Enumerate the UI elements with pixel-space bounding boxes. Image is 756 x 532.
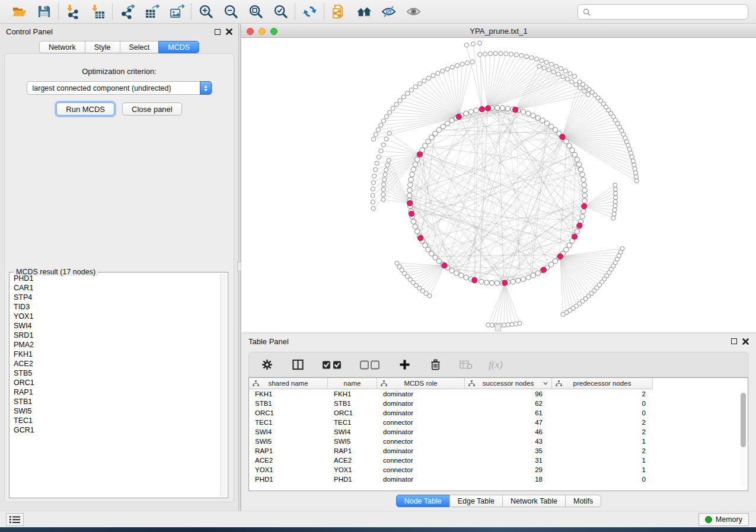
close-panel-icon[interactable]	[742, 338, 749, 345]
mcds-result-item[interactable]: TID3	[11, 302, 219, 312]
table-cell[interactable]: 2	[552, 427, 653, 437]
zoom-selected-button[interactable]	[272, 4, 289, 20]
tab-motifs[interactable]: Motifs	[565, 495, 601, 507]
tab-network[interactable]: Network	[39, 41, 85, 53]
table-cell[interactable]: connector	[377, 456, 465, 465]
float-panel-icon[interactable]	[215, 29, 221, 35]
table-cell[interactable]: STB1	[249, 399, 328, 408]
save-button[interactable]	[36, 4, 52, 20]
table-cell[interactable]: 2	[552, 446, 653, 456]
table-cell[interactable]: FKH1	[328, 389, 377, 399]
table-cell[interactable]: 43	[465, 437, 552, 446]
table-cell[interactable]: 1	[552, 456, 653, 465]
close-panel-button[interactable]: Close panel	[122, 102, 182, 116]
table-cell[interactable]: SWI5	[328, 437, 377, 446]
table-cell[interactable]: ORC1	[249, 408, 328, 418]
mcds-result-list[interactable]: PHD1CAR1STP4TID3YOX1SWI4SRD1PMA2FKH1ACE2…	[11, 274, 219, 496]
table-cell[interactable]: 46	[465, 427, 552, 437]
mcds-result-item[interactable]: ACE2	[11, 359, 219, 368]
search-field[interactable]	[578, 4, 748, 20]
create-network-view-button[interactable]	[330, 4, 347, 20]
table-cell[interactable]: TEC1	[249, 418, 328, 427]
table-cell[interactable]: dominator	[377, 399, 465, 408]
table-cell[interactable]: SWI5	[249, 437, 328, 446]
hide-selected-button[interactable]	[380, 4, 397, 20]
mcds-result-item[interactable]: TEC1	[11, 416, 219, 425]
table-row[interactable]: YOX1YOX1connector291	[249, 465, 748, 475]
export-network-button[interactable]	[119, 4, 135, 20]
zoom-out-button[interactable]	[222, 4, 239, 20]
table-cell[interactable]: FKH1	[249, 389, 328, 399]
tab-mcds[interactable]: MCDS	[158, 41, 199, 53]
refresh-button[interactable]	[301, 4, 318, 20]
table-cell[interactable]: PHD1	[328, 475, 377, 484]
table-cell[interactable]: 1	[552, 465, 653, 475]
table-cell[interactable]: 61	[465, 408, 552, 418]
mcds-result-item[interactable]: STB5	[11, 368, 219, 378]
select-all-button[interactable]	[320, 357, 344, 373]
table-cell[interactable]: STB1	[328, 399, 377, 408]
table-cell[interactable]: 2	[552, 418, 653, 427]
zoom-fit-button[interactable]	[247, 4, 264, 20]
table-cell[interactable]: dominator	[377, 475, 465, 484]
tab-node-table[interactable]: Node Table	[396, 495, 450, 507]
first-neighbors-button[interactable]	[355, 4, 372, 20]
mcds-result-item[interactable]: CAR1	[11, 283, 219, 293]
function-builder-button[interactable]: f(x)	[489, 359, 503, 371]
table-cell[interactable]: SWI4	[328, 427, 377, 437]
table-row[interactable]: RAP1RAP1dominator352	[249, 446, 748, 456]
table-row[interactable]: PHD1PHD1dominator180	[249, 475, 748, 484]
scrollbar-thumb[interactable]	[741, 393, 746, 447]
column-header-shared-name[interactable]: shared name	[249, 378, 328, 389]
column-header-predecessor-nodes[interactable]: predecessor nodes	[552, 378, 653, 389]
table-cell[interactable]: ACE2	[249, 456, 328, 465]
select-stepper[interactable]	[200, 81, 212, 95]
delete-table-button[interactable]	[458, 357, 474, 373]
column-header-name[interactable]: name	[328, 378, 377, 389]
show-all-button[interactable]	[405, 4, 422, 20]
table-cell[interactable]: 35	[465, 446, 552, 456]
network-graph[interactable]	[241, 38, 756, 332]
table-cell[interactable]: 0	[552, 475, 653, 484]
mcds-result-item[interactable]: RAP1	[11, 387, 219, 397]
import-table-button[interactable]	[90, 4, 106, 20]
table-row[interactable]: ORC1ORC1dominator610	[249, 408, 748, 418]
table-cell[interactable]: 18	[465, 475, 552, 484]
mcds-result-item[interactable]: SWI5	[11, 406, 219, 416]
mcds-result-item[interactable]: SRD1	[11, 331, 219, 340]
horizontal-splitter-handle[interactable]	[495, 324, 501, 331]
table-row[interactable]: SWI4SWI4dominator462	[249, 427, 748, 437]
table-cell[interactable]: ORC1	[328, 408, 377, 418]
export-image-button[interactable]	[168, 4, 185, 20]
table-cell[interactable]: 31	[465, 456, 552, 465]
table-cell[interactable]: connector	[377, 418, 465, 427]
table-cell[interactable]: 2	[552, 389, 653, 399]
mcds-result-item[interactable]: PMA2	[11, 340, 219, 350]
tab-select[interactable]: Select	[120, 41, 160, 53]
table-cell[interactable]: 0	[552, 408, 653, 418]
table-row[interactable]: FKH1FKH1dominator962	[249, 389, 748, 399]
zoom-in-button[interactable]	[197, 4, 214, 20]
table-cell[interactable]: ACE2	[328, 456, 377, 465]
mcds-result-item[interactable]: YOX1	[11, 312, 219, 321]
table-cell[interactable]: PHD1	[249, 475, 328, 484]
tab-edge-table[interactable]: Edge Table	[449, 495, 503, 507]
table-cell[interactable]: SWI4	[249, 427, 328, 437]
tab-network-table[interactable]: Network Table	[502, 495, 566, 507]
table-row[interactable]: ACE2ACE2connector311	[249, 456, 748, 465]
memory-button[interactable]: Memory	[698, 513, 749, 526]
table-row[interactable]: SWI5SWI5connector431	[249, 437, 748, 446]
table-row[interactable]: STB1STB1dominator620	[249, 399, 748, 408]
window-minimize-icon[interactable]	[259, 28, 266, 35]
table-cell[interactable]: 96	[465, 389, 552, 399]
open-button[interactable]	[11, 4, 27, 20]
add-column-button[interactable]	[396, 357, 413, 373]
table-row[interactable]: TEC1TEC1connector472	[249, 418, 748, 427]
table-cell[interactable]: RAP1	[249, 446, 328, 456]
mcds-result-item[interactable]: ORC1	[11, 378, 219, 387]
search-input[interactable]	[594, 8, 743, 16]
table-settings-button[interactable]	[259, 357, 275, 373]
mcds-result-item[interactable]: SWI4	[11, 321, 219, 331]
float-panel-icon[interactable]	[731, 338, 737, 344]
split-panel-button[interactable]	[289, 357, 306, 373]
